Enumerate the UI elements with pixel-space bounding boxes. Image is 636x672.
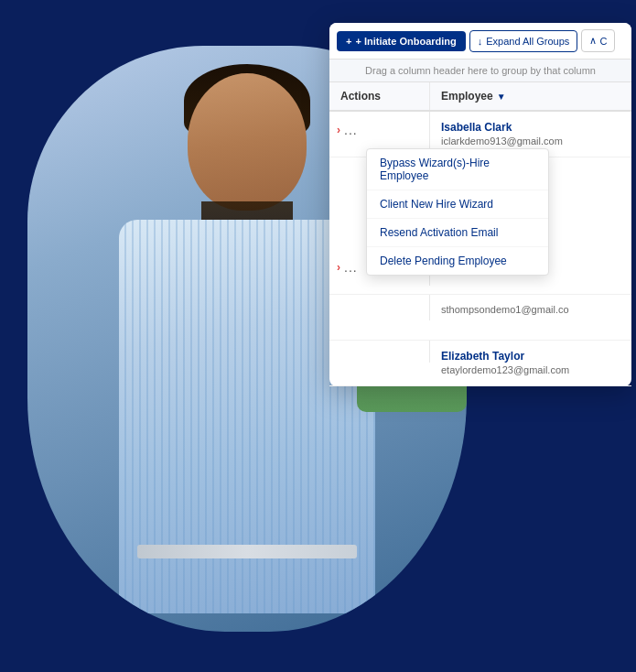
scene: + + Initiate Onboarding ↓ Expand All Gro…: [0, 0, 636, 672]
expand-icon: ↓: [478, 36, 483, 47]
actions-column-header: Actions: [329, 82, 430, 110]
collapse-icon: ∧: [589, 35, 597, 47]
employee-name[interactable]: Isabella Clark: [441, 121, 620, 134]
row-actions: [329, 295, 430, 320]
table-row: Elizabeth Taylor etaylordemo123@gmail.co…: [329, 341, 631, 386]
dropdown-menu: Bypass Wizard(s)-Hire Employee Client Ne…: [366, 148, 549, 276]
face: [188, 73, 307, 211]
initiate-onboarding-button[interactable]: + + Initiate Onboarding: [337, 31, 466, 51]
row-actions: › ...: [329, 112, 430, 148]
laptop: [137, 545, 357, 558]
drag-hint: Drag a column header here to group by th…: [329, 60, 631, 82]
plus-icon: +: [346, 36, 351, 47]
toolbar: + + Initiate Onboarding ↓ Expand All Gro…: [329, 23, 631, 60]
expand-label: Expand All Groups: [486, 36, 569, 47]
dropdown-item-resend[interactable]: Resend Activation Email: [367, 219, 548, 247]
row-menu-dots[interactable]: ...: [344, 260, 358, 275]
dropdown-item-delete[interactable]: Delete Pending Employee: [367, 247, 548, 275]
drag-hint-text: Drag a column header here to group by th…: [365, 65, 596, 76]
table-body: › ... Isabella Clark iclarkdemo913@gmail…: [329, 112, 631, 386]
row-employee: sthompsondemo1@gmail.co: [430, 295, 631, 324]
employee-email: etaylordemo123@gmail.com: [441, 364, 620, 375]
collapse-label: C: [599, 36, 607, 47]
collapse-button[interactable]: ∧ C: [581, 29, 615, 52]
employee-header-label: Employee: [441, 90, 493, 103]
dropdown-item-bypass[interactable]: Bypass Wizard(s)-Hire Employee: [367, 149, 548, 190]
table-row: sthompsondemo1@gmail.co: [329, 295, 631, 341]
employee-email: sthompsondemo1@gmail.co: [441, 304, 620, 315]
row-employee: Elizabeth Taylor etaylordemo123@gmail.co…: [430, 341, 631, 385]
column-headers: Actions Employee ▼: [329, 82, 631, 112]
filter-icon[interactable]: ▼: [497, 92, 506, 102]
dropdown-item-client[interactable]: Client New Hire Wizard: [367, 190, 548, 219]
row-expand-icon[interactable]: ›: [337, 261, 340, 274]
row-expand-icon[interactable]: ›: [337, 124, 340, 136]
expand-all-groups-button[interactable]: ↓ Expand All Groups: [469, 30, 578, 52]
row-menu-dots[interactable]: ...: [344, 123, 358, 137]
actions-header-label: Actions: [340, 90, 381, 103]
row-actions: [329, 341, 430, 363]
employee-email: iclarkdemo913@gmail.com: [441, 135, 620, 146]
employee-name[interactable]: Elizabeth Taylor: [441, 350, 620, 363]
initiate-onboarding-label: + Initiate Onboarding: [355, 36, 456, 47]
employee-column-header[interactable]: Employee ▼: [430, 82, 631, 110]
ui-panel: + + Initiate Onboarding ↓ Expand All Gro…: [329, 23, 631, 386]
